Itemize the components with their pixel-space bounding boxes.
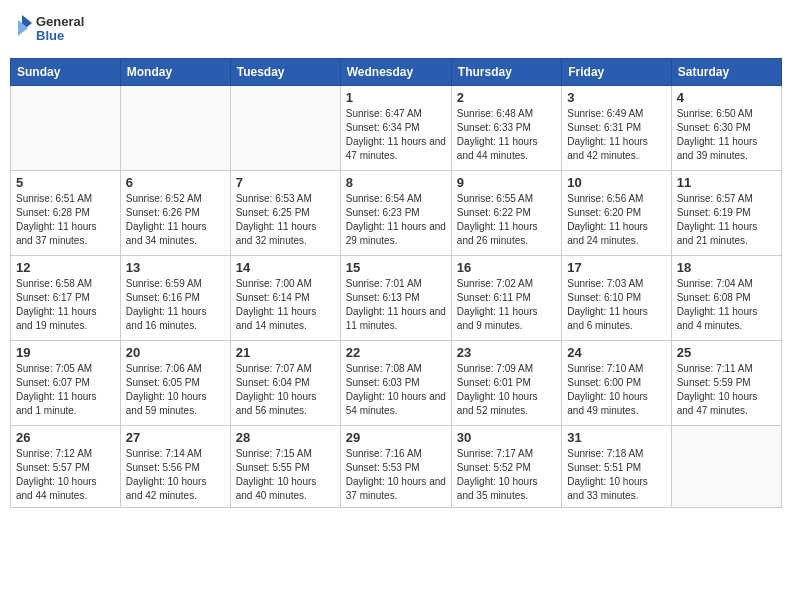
calendar-cell: 26Sunrise: 7:12 AMSunset: 5:57 PMDayligh…	[11, 426, 121, 508]
day-number: 11	[677, 175, 776, 190]
calendar-cell: 18Sunrise: 7:04 AMSunset: 6:08 PMDayligh…	[671, 256, 781, 341]
calendar-cell: 29Sunrise: 7:16 AMSunset: 5:53 PMDayligh…	[340, 426, 451, 508]
cell-daylight-info: Sunrise: 7:10 AMSunset: 6:00 PMDaylight:…	[567, 362, 665, 418]
calendar-cell: 17Sunrise: 7:03 AMSunset: 6:10 PMDayligh…	[562, 256, 671, 341]
day-number: 22	[346, 345, 446, 360]
cell-daylight-info: Sunrise: 7:04 AMSunset: 6:08 PMDaylight:…	[677, 277, 776, 333]
cell-content: 12Sunrise: 6:58 AMSunset: 6:17 PMDayligh…	[16, 260, 115, 333]
cell-content: 11Sunrise: 6:57 AMSunset: 6:19 PMDayligh…	[677, 175, 776, 248]
cell-daylight-info: Sunrise: 6:49 AMSunset: 6:31 PMDaylight:…	[567, 107, 665, 163]
cell-daylight-info: Sunrise: 7:16 AMSunset: 5:53 PMDaylight:…	[346, 447, 446, 503]
cell-daylight-info: Sunrise: 6:56 AMSunset: 6:20 PMDaylight:…	[567, 192, 665, 248]
day-number: 16	[457, 260, 556, 275]
calendar-cell: 20Sunrise: 7:06 AMSunset: 6:05 PMDayligh…	[120, 341, 230, 426]
cell-content: 31Sunrise: 7:18 AMSunset: 5:51 PMDayligh…	[567, 430, 665, 503]
day-number: 29	[346, 430, 446, 445]
weekday-header-saturday: Saturday	[671, 59, 781, 86]
svg-text:Blue: Blue	[36, 28, 64, 43]
weekday-header-friday: Friday	[562, 59, 671, 86]
cell-daylight-info: Sunrise: 6:47 AMSunset: 6:34 PMDaylight:…	[346, 107, 446, 163]
calendar-cell	[11, 86, 121, 171]
day-number: 18	[677, 260, 776, 275]
day-number: 5	[16, 175, 115, 190]
calendar-cell: 4Sunrise: 6:50 AMSunset: 6:30 PMDaylight…	[671, 86, 781, 171]
weekday-header-sunday: Sunday	[11, 59, 121, 86]
cell-daylight-info: Sunrise: 7:18 AMSunset: 5:51 PMDaylight:…	[567, 447, 665, 503]
day-number: 4	[677, 90, 776, 105]
calendar-cell: 3Sunrise: 6:49 AMSunset: 6:31 PMDaylight…	[562, 86, 671, 171]
cell-content: 5Sunrise: 6:51 AMSunset: 6:28 PMDaylight…	[16, 175, 115, 248]
cell-content: 14Sunrise: 7:00 AMSunset: 6:14 PMDayligh…	[236, 260, 335, 333]
cell-content: 7Sunrise: 6:53 AMSunset: 6:25 PMDaylight…	[236, 175, 335, 248]
cell-content: 23Sunrise: 7:09 AMSunset: 6:01 PMDayligh…	[457, 345, 556, 418]
calendar-cell	[120, 86, 230, 171]
day-number: 7	[236, 175, 335, 190]
cell-daylight-info: Sunrise: 7:06 AMSunset: 6:05 PMDaylight:…	[126, 362, 225, 418]
calendar-cell	[230, 86, 340, 171]
weekday-header-thursday: Thursday	[451, 59, 561, 86]
calendar-cell: 31Sunrise: 7:18 AMSunset: 5:51 PMDayligh…	[562, 426, 671, 508]
cell-content: 25Sunrise: 7:11 AMSunset: 5:59 PMDayligh…	[677, 345, 776, 418]
cell-content: 28Sunrise: 7:15 AMSunset: 5:55 PMDayligh…	[236, 430, 335, 503]
calendar-cell: 9Sunrise: 6:55 AMSunset: 6:22 PMDaylight…	[451, 171, 561, 256]
day-number: 13	[126, 260, 225, 275]
day-number: 10	[567, 175, 665, 190]
logo: General Blue	[14, 10, 84, 50]
cell-content: 29Sunrise: 7:16 AMSunset: 5:53 PMDayligh…	[346, 430, 446, 503]
cell-content: 9Sunrise: 6:55 AMSunset: 6:22 PMDaylight…	[457, 175, 556, 248]
page-header: General Blue	[10, 10, 782, 50]
day-number: 3	[567, 90, 665, 105]
svg-text:General: General	[36, 14, 84, 29]
calendar-cell: 2Sunrise: 6:48 AMSunset: 6:33 PMDaylight…	[451, 86, 561, 171]
day-number: 27	[126, 430, 225, 445]
cell-content: 27Sunrise: 7:14 AMSunset: 5:56 PMDayligh…	[126, 430, 225, 503]
calendar-week-4: 19Sunrise: 7:05 AMSunset: 6:07 PMDayligh…	[11, 341, 782, 426]
cell-daylight-info: Sunrise: 7:05 AMSunset: 6:07 PMDaylight:…	[16, 362, 115, 418]
day-number: 1	[346, 90, 446, 105]
calendar-cell: 24Sunrise: 7:10 AMSunset: 6:00 PMDayligh…	[562, 341, 671, 426]
cell-daylight-info: Sunrise: 6:59 AMSunset: 6:16 PMDaylight:…	[126, 277, 225, 333]
day-number: 14	[236, 260, 335, 275]
day-number: 17	[567, 260, 665, 275]
cell-daylight-info: Sunrise: 7:12 AMSunset: 5:57 PMDaylight:…	[16, 447, 115, 503]
day-number: 28	[236, 430, 335, 445]
cell-daylight-info: Sunrise: 7:08 AMSunset: 6:03 PMDaylight:…	[346, 362, 446, 418]
calendar-cell: 7Sunrise: 6:53 AMSunset: 6:25 PMDaylight…	[230, 171, 340, 256]
calendar-week-3: 12Sunrise: 6:58 AMSunset: 6:17 PMDayligh…	[11, 256, 782, 341]
cell-content: 10Sunrise: 6:56 AMSunset: 6:20 PMDayligh…	[567, 175, 665, 248]
cell-daylight-info: Sunrise: 7:17 AMSunset: 5:52 PMDaylight:…	[457, 447, 556, 503]
calendar-table: SundayMondayTuesdayWednesdayThursdayFrid…	[10, 58, 782, 508]
calendar-cell: 21Sunrise: 7:07 AMSunset: 6:04 PMDayligh…	[230, 341, 340, 426]
day-number: 19	[16, 345, 115, 360]
calendar-cell: 11Sunrise: 6:57 AMSunset: 6:19 PMDayligh…	[671, 171, 781, 256]
cell-content: 26Sunrise: 7:12 AMSunset: 5:57 PMDayligh…	[16, 430, 115, 503]
day-number: 8	[346, 175, 446, 190]
cell-content: 19Sunrise: 7:05 AMSunset: 6:07 PMDayligh…	[16, 345, 115, 418]
cell-content: 2Sunrise: 6:48 AMSunset: 6:33 PMDaylight…	[457, 90, 556, 163]
cell-daylight-info: Sunrise: 6:48 AMSunset: 6:33 PMDaylight:…	[457, 107, 556, 163]
weekday-header-monday: Monday	[120, 59, 230, 86]
cell-daylight-info: Sunrise: 7:09 AMSunset: 6:01 PMDaylight:…	[457, 362, 556, 418]
cell-content: 16Sunrise: 7:02 AMSunset: 6:11 PMDayligh…	[457, 260, 556, 333]
weekday-header-wednesday: Wednesday	[340, 59, 451, 86]
cell-content: 21Sunrise: 7:07 AMSunset: 6:04 PMDayligh…	[236, 345, 335, 418]
cell-daylight-info: Sunrise: 7:11 AMSunset: 5:59 PMDaylight:…	[677, 362, 776, 418]
cell-content: 8Sunrise: 6:54 AMSunset: 6:23 PMDaylight…	[346, 175, 446, 248]
calendar-cell: 1Sunrise: 6:47 AMSunset: 6:34 PMDaylight…	[340, 86, 451, 171]
cell-daylight-info: Sunrise: 6:58 AMSunset: 6:17 PMDaylight:…	[16, 277, 115, 333]
cell-daylight-info: Sunrise: 6:52 AMSunset: 6:26 PMDaylight:…	[126, 192, 225, 248]
cell-daylight-info: Sunrise: 6:54 AMSunset: 6:23 PMDaylight:…	[346, 192, 446, 248]
day-number: 31	[567, 430, 665, 445]
cell-content: 20Sunrise: 7:06 AMSunset: 6:05 PMDayligh…	[126, 345, 225, 418]
cell-content: 24Sunrise: 7:10 AMSunset: 6:00 PMDayligh…	[567, 345, 665, 418]
calendar-cell: 16Sunrise: 7:02 AMSunset: 6:11 PMDayligh…	[451, 256, 561, 341]
day-number: 23	[457, 345, 556, 360]
calendar-cell: 23Sunrise: 7:09 AMSunset: 6:01 PMDayligh…	[451, 341, 561, 426]
cell-daylight-info: Sunrise: 6:53 AMSunset: 6:25 PMDaylight:…	[236, 192, 335, 248]
cell-daylight-info: Sunrise: 6:55 AMSunset: 6:22 PMDaylight:…	[457, 192, 556, 248]
calendar-cell: 12Sunrise: 6:58 AMSunset: 6:17 PMDayligh…	[11, 256, 121, 341]
cell-content: 17Sunrise: 7:03 AMSunset: 6:10 PMDayligh…	[567, 260, 665, 333]
day-number: 2	[457, 90, 556, 105]
cell-content: 30Sunrise: 7:17 AMSunset: 5:52 PMDayligh…	[457, 430, 556, 503]
cell-daylight-info: Sunrise: 6:50 AMSunset: 6:30 PMDaylight:…	[677, 107, 776, 163]
